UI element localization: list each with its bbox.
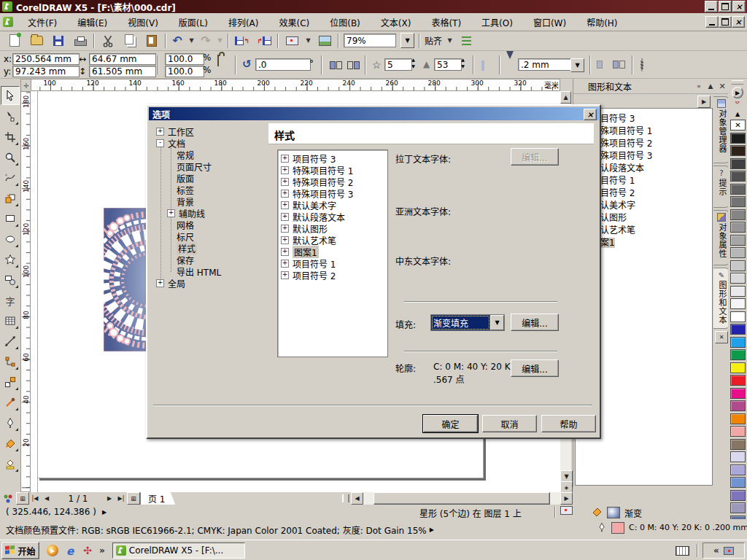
menu-view[interactable]: 视图(V) <box>117 14 169 31</box>
tree-item-rulers[interactable]: 标尺 <box>177 231 194 242</box>
table-tool[interactable] <box>1 312 19 330</box>
fill-type-combo[interactable]: 渐变填充 ▼ <box>430 314 505 331</box>
palette-swatch[interactable] <box>730 362 746 373</box>
page-tab[interactable]: 页 1 <box>140 492 175 505</box>
tree-item-background[interactable]: 背景 <box>177 196 194 207</box>
fill-tool[interactable] <box>1 435 19 452</box>
palette-swatch[interactable] <box>730 298 746 309</box>
close-button[interactable]: × <box>732 1 746 12</box>
tree-item-general[interactable]: 常规 <box>177 149 194 160</box>
menu-layout[interactable]: 版面(L) <box>169 14 218 31</box>
style-node-selected[interactable]: +图案1 <box>281 246 387 257</box>
palette-swatch[interactable] <box>730 324 746 335</box>
menu-tools[interactable]: 工具(O) <box>471 14 523 31</box>
palette-drag-handle[interactable] <box>732 80 743 85</box>
media-player-icon[interactable]: ▶ <box>47 545 58 556</box>
rotation-angle-input[interactable]: .0 <box>255 58 311 71</box>
quick-launch-overflow[interactable]: » <box>99 545 105 556</box>
object-y-input[interactable]: 97.243 mm <box>12 66 80 77</box>
undo-button[interactable]: ↶ <box>171 33 184 49</box>
tree-item-page-size[interactable]: 页面尺寸 <box>177 161 212 172</box>
menu-bitmaps[interactable]: 位图(B) <box>320 14 371 31</box>
no-color-swatch[interactable]: ✕ <box>730 120 746 131</box>
menu-file[interactable]: 文件(F) <box>18 14 67 31</box>
navigator-icon[interactable] <box>560 506 573 515</box>
docker-rollup-icon[interactable]: ▲ <box>705 81 716 91</box>
menu-table[interactable]: 表格(T) <box>421 14 471 31</box>
menu-arrange[interactable]: 排列(A) <box>218 14 269 31</box>
ok-button[interactable]: 确定 <box>423 415 478 432</box>
style-node[interactable]: +项目符号 3 <box>281 152 387 164</box>
docker-expand-icon[interactable]: » <box>693 81 705 91</box>
help-button[interactable]: 帮助 <box>541 415 596 432</box>
palette-swatch[interactable] <box>730 490 746 501</box>
palette-swatch[interactable] <box>730 247 746 258</box>
edit-latin-font-button[interactable]: 编辑... <box>511 148 559 166</box>
polygon-tool[interactable] <box>1 251 19 268</box>
export-button[interactable]: ↱ <box>255 33 273 49</box>
canvas-artwork[interactable] <box>104 208 147 351</box>
add-page-end-button[interactable]: ⊞ <box>127 492 140 505</box>
undo-dropdown[interactable]: ▼ <box>188 37 195 44</box>
menu-edit[interactable]: 编辑(E) <box>67 14 117 31</box>
freehand-tool[interactable] <box>1 169 19 187</box>
interactive-fill-tool[interactable] <box>1 455 19 472</box>
object-height-input[interactable]: 61.505 mm <box>89 66 156 77</box>
save-button[interactable] <box>50 33 67 49</box>
snap-to-button[interactable]: 贴齐 <box>425 34 442 47</box>
canvas-horizontal-scrollbar[interactable] <box>363 492 560 505</box>
palette-swatch[interactable] <box>730 260 746 271</box>
application-launcher-button[interactable] <box>283 33 301 49</box>
pick-tool[interactable] <box>1 86 20 105</box>
style-node[interactable]: +特殊项目符号 3 <box>281 187 387 199</box>
tabstrip-close-button[interactable]: ✕ <box>715 331 728 343</box>
object-x-input[interactable]: 250.564 mm <box>12 53 80 65</box>
tree-item-guidelines[interactable]: +辅助线 <box>167 208 205 219</box>
style-node[interactable]: +特殊项目符号 1 <box>281 164 387 176</box>
hscroll-left-button[interactable]: ◀ <box>351 492 363 505</box>
taskbar-task-button[interactable]: CorelDRAW X5 - [F:\... <box>112 542 245 559</box>
horizontal-ruler[interactable]: 100120140160180200220240260280300320 毫米 <box>31 79 560 91</box>
crop-tool[interactable] <box>1 128 19 146</box>
style-node[interactable]: +默认艺术笔 <box>281 234 387 246</box>
sharpness-spinner[interactable]: ▲▼ <box>458 58 468 71</box>
style-node[interactable]: +项目符号 1 <box>281 257 387 269</box>
scale-x-input[interactable]: 100.0 <box>165 53 204 65</box>
paste-button[interactable] <box>143 33 160 49</box>
style-node[interactable]: +特殊项目符号 2 <box>281 176 387 187</box>
first-page-button[interactable]: |◀ <box>29 492 41 505</box>
tree-item-save[interactable]: 保存 <box>177 254 194 265</box>
eyedropper-icon[interactable]: 🢗 <box>728 101 747 108</box>
palette-swatch[interactable] <box>730 273 746 284</box>
tray-collapse-icon[interactable]: « <box>713 545 719 556</box>
ellipse-tool[interactable] <box>1 230 19 248</box>
palette-swatch[interactable] <box>730 349 746 360</box>
palette-flyout-button[interactable]: ▶ <box>732 87 743 98</box>
palette-swatch[interactable] <box>730 209 746 220</box>
doc-restore-button[interactable] <box>719 16 732 28</box>
menu-text[interactable]: 文本(X) <box>371 14 422 31</box>
restore-button[interactable] <box>719 1 732 12</box>
internet-explorer-icon[interactable]: e <box>64 545 76 556</box>
palette-swatch[interactable] <box>730 439 746 450</box>
palette-swatch[interactable] <box>730 286 746 297</box>
cancel-button[interactable]: 取消 <box>482 415 537 432</box>
vertical-ruler[interactable]: 18016014012010080604020 <box>20 91 31 492</box>
copy-button[interactable] <box>121 33 139 49</box>
palette-swatch[interactable] <box>730 145 746 156</box>
lock-ratio-icon[interactable] <box>217 55 219 66</box>
title-bar[interactable]: CorelDRAW X5 - [F:\素材\000.cdr] × <box>0 0 747 13</box>
profile-flyout-icon[interactable]: ▶ <box>430 526 434 533</box>
style-node[interactable]: +默认段落文本 <box>281 211 387 222</box>
outline-pen-tool[interactable] <box>1 414 19 432</box>
eyedropper-tool[interactable] <box>1 394 19 411</box>
palette-swatch[interactable] <box>730 375 746 386</box>
scale-y-input[interactable]: 100.0 <box>165 66 204 77</box>
text-wrap-icon[interactable] <box>481 61 484 71</box>
doc-minimize-button[interactable] <box>705 16 719 28</box>
convert-to-curves-icon[interactable] <box>640 60 643 70</box>
outline-pen-status-icon[interactable] <box>597 521 607 535</box>
dialog-title-bar[interactable]: 选项 × <box>149 107 599 120</box>
menu-window[interactable]: 窗口(W) <box>523 14 576 31</box>
launcher-dropdown[interactable]: ▼ <box>305 37 311 44</box>
